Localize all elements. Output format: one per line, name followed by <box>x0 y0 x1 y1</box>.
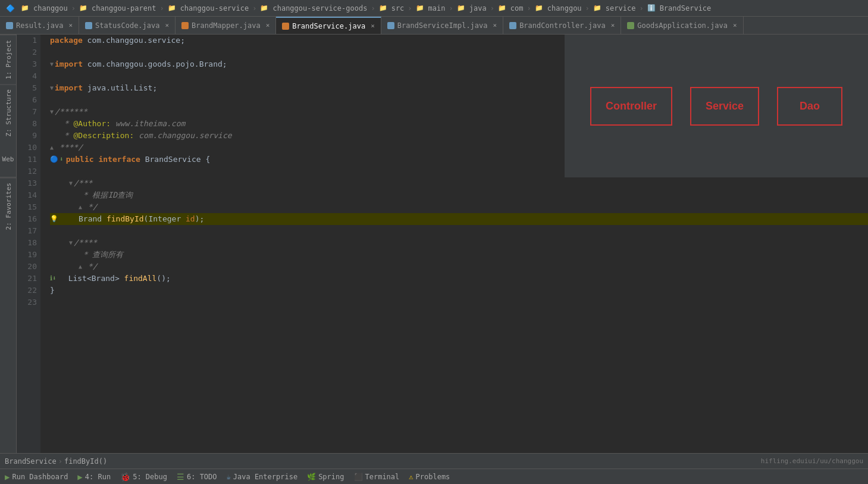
tab-icon <box>509 22 516 29</box>
fold-icon[interactable]: ▼ <box>50 58 54 70</box>
close-tab-brandcontroller[interactable]: × <box>611 22 615 29</box>
sidebar-tab-structure[interactable]: Z: Structure <box>0 84 17 141</box>
tab-icon <box>282 23 289 30</box>
code-line: ▲ */ <box>50 201 868 213</box>
run-dashboard-icon: ▶ <box>5 472 10 482</box>
close-tab-brandserviceimpl[interactable]: × <box>493 22 497 29</box>
diagram-box-controller: Controller <box>590 87 672 126</box>
file-icon: ℹ️ <box>647 4 656 12</box>
spring-icon: 🌿 <box>307 473 316 481</box>
close-tab-brandservice[interactable]: × <box>371 23 375 29</box>
folder-icon: 📁 <box>457 4 465 12</box>
code-line: ▼/**** <box>50 237 868 249</box>
status-bar: BrandService › findById() hifling.eduiui… <box>0 453 868 469</box>
bulb-icon[interactable]: 💡 <box>50 213 58 225</box>
tab-brandcontroller[interactable]: BrandController.java × <box>503 17 621 34</box>
tab-icon <box>85 22 92 29</box>
diagram-box-service: Service <box>690 87 759 126</box>
status-method: findById() <box>64 457 107 466</box>
code-line: } <box>50 285 868 296</box>
overlay-diagram: Controller Service Dao <box>565 35 868 177</box>
code-line: ▼/*** <box>50 177 868 189</box>
run-icon: ▶ <box>77 472 82 482</box>
code-line: ℹ⬇List<Brand> findAll(); <box>50 273 868 285</box>
close-tab-statuscode[interactable]: × <box>165 22 169 29</box>
spring-button[interactable]: 🌿 Spring <box>307 473 344 481</box>
close-tab-goodsapplication[interactable]: × <box>733 22 737 29</box>
code-container: 12345 678910 1112131415 1617181920 21222… <box>17 35 868 453</box>
run-dashboard-button[interactable]: ▶ Run Dashboard <box>5 472 68 482</box>
folder-icon: 📁 <box>535 4 543 12</box>
tab-bar: Result.java × StatusCode.java × BrandMap… <box>0 17 868 35</box>
run-button[interactable]: ▶ 4: Run <box>77 472 111 482</box>
code-line <box>50 296 868 308</box>
tab-result[interactable]: Result.java × <box>0 17 79 34</box>
breadcrumb-com[interactable]: 📁 com <box>497 4 525 13</box>
code-line: 💡Brand findById(Integer id); <box>50 213 868 225</box>
sidebar-tab-web[interactable]: Web <box>0 142 17 177</box>
editor-area: 12345 678910 1112131415 1617181920 21222… <box>17 35 868 453</box>
breadcrumb-parent[interactable]: 📁 changgou-parent <box>78 4 157 13</box>
sidebar-tab-favorites[interactable]: 2: Favorites <box>0 177 17 235</box>
main-layout: 1: Project Z: Structure Web 2: Favorites… <box>0 35 868 453</box>
code-line: * 根据ID查询 <box>50 189 868 201</box>
fold-icon[interactable]: ▼ <box>69 177 73 189</box>
tab-brandmapper[interactable]: BrandMapper.java × <box>176 17 276 34</box>
folder-icon: 📁 <box>498 4 506 12</box>
fold-icon[interactable]: ▲ <box>50 142 54 154</box>
diagram-box-dao: Dao <box>777 87 842 126</box>
fold-icon[interactable]: ▼ <box>50 82 54 94</box>
tab-goodsapplication[interactable]: GoodsApplication.java × <box>621 17 743 34</box>
folder-icon: 📁 <box>168 4 176 12</box>
breadcrumb-main[interactable]: 📁 main <box>415 4 447 13</box>
line-numbers: 12345 678910 1112131415 1617181920 21222… <box>17 35 40 453</box>
folder-icon: 📁 <box>79 4 87 12</box>
tab-icon <box>6 22 13 29</box>
fold-icon[interactable]: ▼ <box>69 237 73 249</box>
debug-button[interactable]: 🐞 5: Debug <box>120 472 167 482</box>
todo-button[interactable]: ☰ 6: TODO <box>177 472 217 482</box>
left-sidebar: 1: Project Z: Structure Web 2: Favorites <box>0 35 17 453</box>
folder-icon: 📁 <box>416 4 424 12</box>
bottom-bar: ▶ Run Dashboard ▶ 4: Run 🐞 5: Debug ☰ 6:… <box>0 469 868 484</box>
tab-brandserviceimpl[interactable]: BrandServiceImpl.java × <box>381 17 503 34</box>
breadcrumb-src[interactable]: 📁 src <box>378 4 406 13</box>
tab-statuscode[interactable]: StatusCode.java × <box>79 17 176 34</box>
terminal-icon: ⬛ <box>354 473 363 481</box>
java-enterprise-button[interactable]: ☕ Java Enterprise <box>227 473 298 481</box>
java-icon: ☕ <box>227 473 231 481</box>
code-line: * 查询所有 <box>50 249 868 261</box>
status-sep: › <box>58 457 62 466</box>
code-line <box>50 225 868 237</box>
title-icon: 🔷 <box>6 4 15 13</box>
tab-brandservice[interactable]: BrandService.java × <box>276 17 381 34</box>
todo-icon: ☰ <box>177 472 184 482</box>
folder-icon: 📁 <box>593 4 601 12</box>
code-line: ▲ */ <box>50 261 868 273</box>
breadcrumb-brandservice[interactable]: ℹ️ BrandService <box>646 4 713 13</box>
debug-icon: 🐞 <box>120 472 130 482</box>
status-right: hifling.eduiui/uu/changgou <box>761 457 863 465</box>
close-tab-brandmapper[interactable]: × <box>266 22 270 29</box>
title-bar: 🔷 📁 changgou › 📁 changgou-parent › 📁 cha… <box>0 0 868 17</box>
tab-icon <box>387 22 394 29</box>
breadcrumb-java[interactable]: 📁 java <box>456 4 488 13</box>
tab-icon <box>627 22 634 29</box>
folder-icon: 📁 <box>379 4 387 12</box>
fold-icon[interactable]: ▲ <box>79 201 82 213</box>
breadcrumb-changgou2[interactable]: 📁 changgou <box>534 4 583 13</box>
problems-button[interactable]: ⚠ Problems <box>409 473 450 481</box>
tab-icon <box>181 22 189 29</box>
breadcrumb-goods[interactable]: 📁 changgou-service-goods <box>259 4 368 13</box>
close-tab-result[interactable]: × <box>68 22 73 29</box>
breadcrumb-service2[interactable]: 📁 service <box>592 4 637 13</box>
fold-icon[interactable]: ▲ <box>79 261 82 273</box>
terminal-button[interactable]: ⬛ Terminal <box>354 473 400 481</box>
breadcrumb-changgou[interactable]: 📁 changgou <box>20 4 69 13</box>
status-breadcrumb: BrandService <box>5 457 57 466</box>
breadcrumb-service[interactable]: 📁 changgou-service <box>167 4 250 13</box>
folder-icon: 📁 <box>21 4 29 12</box>
sidebar-tab-project[interactable]: 1: Project <box>0 35 17 84</box>
fold-icon[interactable]: ▼ <box>50 106 54 118</box>
problems-icon: ⚠ <box>409 473 413 481</box>
